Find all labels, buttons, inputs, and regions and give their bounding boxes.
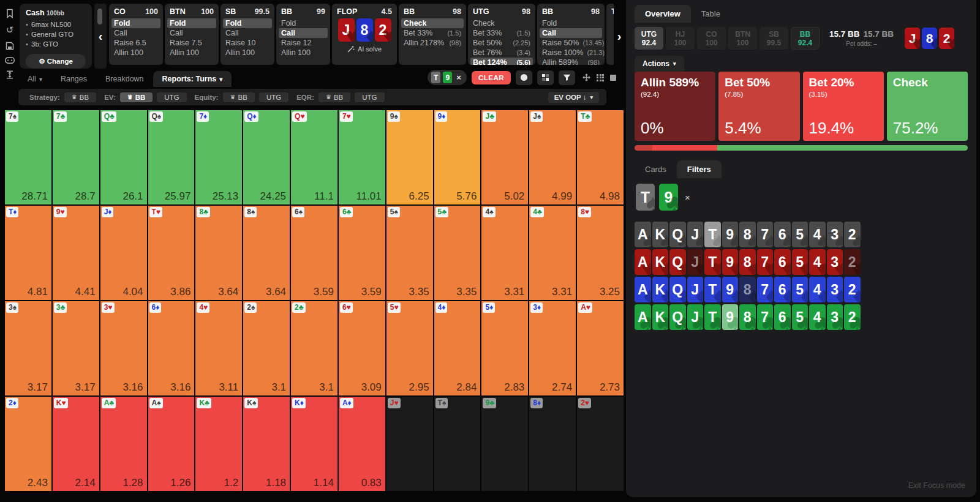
card-tile-tc[interactable]: ♣T xyxy=(704,304,721,330)
action-row[interactable]: Raise 10 xyxy=(223,38,272,48)
turn-card-cell[interactable]: 3♣3.17 xyxy=(53,301,99,395)
card-tile-ah[interactable]: ♥A xyxy=(635,249,651,275)
tab-table[interactable]: Table xyxy=(691,5,731,23)
action-row[interactable]: Bet 76%(3.4) xyxy=(470,48,533,58)
action-row[interactable]: Raise 6.5 xyxy=(111,38,160,48)
close-icon[interactable]: × xyxy=(685,192,690,203)
card-tile-9h[interactable]: ♥9 xyxy=(722,249,739,275)
action-row[interactable]: Call xyxy=(540,28,602,38)
turn-card-cell[interactable]: 5♠3.35 xyxy=(386,206,433,300)
card-tile-3c[interactable]: ♣3 xyxy=(827,304,843,330)
save-icon[interactable] xyxy=(5,42,15,50)
card-tile-6c[interactable]: ♣6 xyxy=(774,304,791,330)
card-tile-js[interactable]: ♠J xyxy=(687,222,704,247)
turn-card-cell[interactable]: 9♦5.76 xyxy=(434,110,481,204)
card-tile-jc[interactable]: ♣J xyxy=(687,304,704,330)
chevron-right-icon[interactable]: › xyxy=(614,4,625,69)
card-tile-as[interactable]: ♠A xyxy=(635,222,651,247)
toolbar-button-bb[interactable]: ♛BB xyxy=(318,92,350,102)
tab-reports-turns[interactable]: Reports: Turns▾ xyxy=(153,71,232,87)
turn-card-cell[interactable]: 9♣ xyxy=(481,397,528,491)
action-row[interactable]: Allin 2178%(98) xyxy=(401,38,464,48)
turn-card-cell[interactable]: 4♠3.31 xyxy=(481,206,528,300)
sort-dropdown[interactable]: EV OOP ↓▾ xyxy=(548,92,599,103)
turn-card-cell[interactable]: K♥2.14 xyxy=(53,397,99,491)
card-tile-8c[interactable]: ♣8 xyxy=(739,304,756,330)
card-tile-kh[interactable]: ♥K xyxy=(652,249,669,275)
position-chip-hj[interactable]: HJ100 xyxy=(666,27,695,50)
move-icon[interactable] xyxy=(582,73,590,81)
action-row[interactable]: Fold xyxy=(111,18,160,28)
turn-card-cell[interactable]: Q♣26.1 xyxy=(100,110,147,204)
action-card-allin-589-[interactable]: Allin 589%(92.4)0% xyxy=(635,72,715,141)
chevron-left-icon[interactable]: ‹ xyxy=(94,29,107,43)
card-tile-jd[interactable]: ♦J xyxy=(687,277,704,302)
turn-card-cell[interactable]: A♥2.73 xyxy=(577,301,624,395)
turn-card-cell[interactable]: 5♥2.95 xyxy=(386,301,433,395)
exit-focus-link[interactable]: Exit Focus mode xyxy=(908,481,965,490)
card-tile-ac[interactable]: ♣A xyxy=(635,304,651,330)
action-row[interactable]: Raise 100%(21.3) xyxy=(540,48,602,58)
turn-card-cell[interactable]: 7♥11.01 xyxy=(339,110,385,204)
collapse-strip[interactable]: ‹ xyxy=(94,4,107,69)
card-tile-5d[interactable]: ♦5 xyxy=(792,277,809,302)
card-tile-5c[interactable]: ♣5 xyxy=(792,304,809,330)
turn-card-cell[interactable]: 7♦25.13 xyxy=(195,110,242,204)
turn-card-cell[interactable]: 9♥4.41 xyxy=(53,206,99,300)
tab-all[interactable]: All▾ xyxy=(18,71,51,87)
action-row[interactable]: Check xyxy=(401,18,464,28)
card-tile-8h[interactable]: ♥8 xyxy=(739,249,756,275)
turn-card-cell[interactable]: T♠ xyxy=(434,397,481,491)
action-row[interactable]: Call xyxy=(111,28,160,38)
action-row[interactable]: Fold xyxy=(540,18,602,28)
card-tile-th[interactable]: ♥T xyxy=(704,249,721,275)
card-tile-9d[interactable]: ♦9 xyxy=(722,277,739,302)
turn-card-cell[interactable]: T♣4.98 xyxy=(577,110,624,204)
card-tile-7c[interactable]: ♣7 xyxy=(757,304,774,330)
turn-card-cell[interactable]: 6♥3.09 xyxy=(339,301,385,395)
card-tile-6d[interactable]: ♦6 xyxy=(774,277,791,302)
card-tile-kd[interactable]: ♦K xyxy=(652,277,669,302)
action-row[interactable]: Check xyxy=(470,18,533,28)
turn-card-cell[interactable]: 7♠28.71 xyxy=(5,110,51,204)
position-chip-utg[interactable]: UTG92.4 xyxy=(635,27,663,50)
turn-card-cell[interactable]: Q♥11.1 xyxy=(291,110,337,204)
turn-card-cell[interactable]: 4♦2.84 xyxy=(434,301,481,395)
position-chip-co[interactable]: CO100 xyxy=(697,27,726,50)
clear-button[interactable]: CLEAR xyxy=(472,71,511,84)
action-row[interactable]: Bet 50%(2.25) xyxy=(470,38,533,48)
card-tile-5h[interactable]: ♥5 xyxy=(792,249,809,275)
turn-card-cell[interactable]: 5♦2.83 xyxy=(481,301,528,395)
card-tile-ts[interactable]: ♠T xyxy=(704,222,721,247)
ai-solve-button[interactable]: AI solve xyxy=(337,45,392,53)
card-tile-6h[interactable]: ♥6 xyxy=(774,249,791,275)
card-tile-qs[interactable]: ♠Q xyxy=(669,222,686,247)
turn-card-cell[interactable]: 2♥ xyxy=(577,397,624,491)
card-tile-ad[interactable]: ♦A xyxy=(635,277,651,302)
turn-card-cell[interactable]: 4♣3.31 xyxy=(529,206,576,300)
position-chip-btn[interactable]: BTN100 xyxy=(728,27,757,50)
turn-card-cell[interactable]: 8♦ xyxy=(529,397,576,491)
toolbar-button-utg[interactable]: UTG xyxy=(259,92,288,102)
toolbar-button-bb[interactable]: ♛BB xyxy=(64,92,96,102)
turn-card-cell[interactable]: 8♣3.64 xyxy=(195,206,242,300)
action-row[interactable]: Call xyxy=(223,28,272,38)
turn-card-cell[interactable]: J♥ xyxy=(386,397,433,491)
card-tile-5s[interactable]: ♠5 xyxy=(792,222,809,247)
action-row[interactable]: Fold xyxy=(223,18,272,28)
action-row[interactable]: Call xyxy=(279,28,328,38)
action-row[interactable]: Allin 100 xyxy=(223,48,272,58)
card-tile-4h[interactable]: ♥4 xyxy=(809,249,826,275)
turn-card-cell[interactable]: T♦4.81 xyxy=(5,206,51,300)
toolbar-button-bb[interactable]: ♛BB xyxy=(223,92,255,102)
turn-card-cell[interactable]: 4♥3.11 xyxy=(195,301,242,395)
action-row[interactable]: Allin 589%(98) xyxy=(540,58,602,65)
card-tile-4s[interactable]: ♠4 xyxy=(809,222,826,247)
card-tile-2s[interactable]: ♠2 xyxy=(844,222,861,247)
card-tile-8d[interactable]: ♦8 xyxy=(739,277,756,302)
scrollbar-thumb[interactable] xyxy=(97,9,102,24)
square-icon[interactable] xyxy=(610,75,616,81)
turn-card-cell[interactable]: J♠4.99 xyxy=(529,110,576,204)
card-tile-3d[interactable]: ♦3 xyxy=(827,277,843,302)
turn-card-cell[interactable]: 6♦3.16 xyxy=(148,301,195,395)
